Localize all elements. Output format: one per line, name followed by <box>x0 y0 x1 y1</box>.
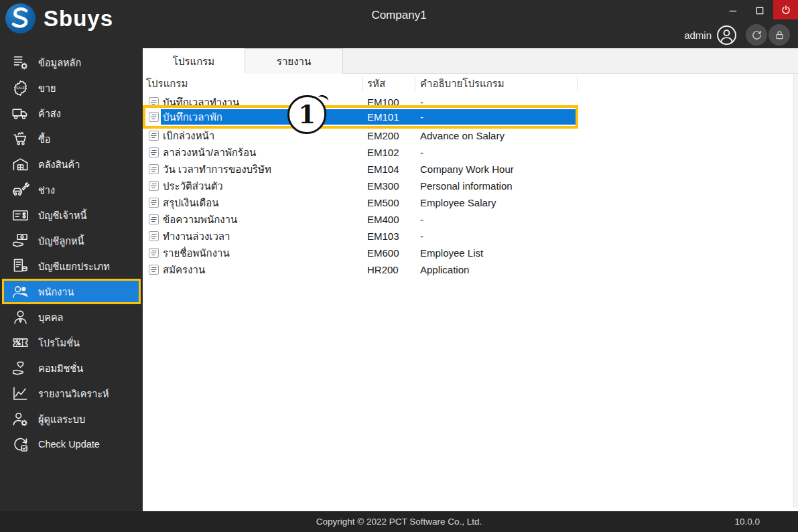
sidebar-item-label: โปรโมชั่น <box>38 335 80 350</box>
sidebar-item-label: บุคคล <box>38 310 64 325</box>
sidebar-item-label: ขาย <box>38 80 56 96</box>
program-name: สรุปเงินเดือน <box>163 194 219 211</box>
program-code: HR200 <box>367 261 399 278</box>
program-description: Application <box>420 261 469 278</box>
program-description: Employee List <box>420 245 483 261</box>
lock-button[interactable] <box>769 24 790 46</box>
program-code: EM102 <box>367 144 399 161</box>
sidebar-item-promotion[interactable]: โปรโมชั่น <box>0 330 143 355</box>
selected-row[interactable]: บันทึกเวลาพัก EM101 - <box>161 109 576 125</box>
program-code: EM200 <box>367 127 399 144</box>
program-name: วัน เวลาทำการของบริษัท <box>163 161 271 178</box>
sidebar-item-label: ค้าส่ง <box>38 106 61 121</box>
sidebar-item-accounts-receivable[interactable]: บัญชีลูกหนี้ <box>0 228 143 253</box>
selected-row-highlight[interactable]: บันทึกเวลาพัก EM101 - <box>143 105 578 129</box>
form-icon <box>149 112 159 122</box>
sidebar-item-accounts-payable[interactable]: บัญชีเจ้าหนี้ <box>0 202 143 228</box>
sidebar-item-sales[interactable]: SALEขาย <box>0 75 143 101</box>
program-name: สมัครงาน <box>163 261 205 278</box>
tab-programs[interactable]: โปรแกรม <box>143 48 245 74</box>
program-description: - <box>420 211 423 228</box>
sidebar-item-label: บัญชีแยกประเภท <box>38 259 110 274</box>
truck-icon <box>11 104 29 123</box>
program-row-EM300[interactable]: ประวัติส่วนตัวEM300Personal information <box>143 178 789 194</box>
program-code: EM500 <box>367 194 399 211</box>
sidebar-item-purchase[interactable]: ซื้อ <box>0 126 143 151</box>
program-row-EM600[interactable]: รายชื่อพนักงานEM600Employee List <box>143 245 789 261</box>
program-description: - <box>420 109 423 125</box>
maximize-button[interactable] <box>751 3 769 18</box>
sidebar-item-label: คลังสินค้า <box>38 157 80 172</box>
sale-badge-icon: SALE <box>11 78 29 97</box>
sidebar-item-commission[interactable]: คอมมิชชั่น <box>0 355 143 381</box>
step-annotation-circle: 1 <box>287 95 326 134</box>
refresh-icon <box>751 29 762 41</box>
column-header-description[interactable]: คำอธิบายโปรแกรม <box>420 74 505 94</box>
admin-gear-icon <box>11 409 29 428</box>
hand-heart-icon <box>11 358 29 377</box>
sidebar-item-persons[interactable]: บุคคล <box>0 304 143 330</box>
person-icon <box>11 308 29 326</box>
sidebar-item-label: ช่าง <box>38 182 55 198</box>
column-header-program[interactable]: โปรแกรม <box>146 74 188 94</box>
form-icon <box>149 214 159 224</box>
program-row-EM400[interactable]: ข้อความพนักงานEM400- <box>143 211 789 228</box>
form-icon <box>149 181 159 191</box>
program-row-EM103[interactable]: ทำงานล่วงเวลาEM103- <box>143 228 789 245</box>
tab-reports[interactable]: รายงาน <box>245 48 343 74</box>
program-name: ทำงานล่วงเวลา <box>163 228 230 245</box>
sidebar-item-general-ledger[interactable]: บัญชีแยกประเภท <box>0 253 143 279</box>
form-icon <box>149 265 159 275</box>
program-row-EM104[interactable]: วัน เวลาทำการของบริษัทEM104Company Work … <box>143 161 789 178</box>
sidebar-item-inventory[interactable]: คลังสินค้า <box>0 151 143 177</box>
minimize-button[interactable] <box>724 3 742 18</box>
update-check-icon <box>11 435 29 454</box>
form-icon <box>149 198 159 208</box>
program-row-HR200[interactable]: สมัครงานHR200Application <box>143 261 789 278</box>
program-code: EM103 <box>367 228 399 245</box>
main-area: โปรแกรมรายงาน โปรแกรม รหัส คำอธิบายโปรแก… <box>143 48 798 511</box>
maximize-icon <box>755 6 764 15</box>
sidebar-item-label: บัญชีเจ้าหนี้ <box>38 208 86 223</box>
program-row-EM200[interactable]: เบิกล่วงหน้าEM200Advance on Salary <box>143 127 789 144</box>
power-button[interactable] <box>773 0 798 19</box>
svg-text:SALE: SALE <box>15 86 24 90</box>
tab-label: รายงาน <box>277 54 311 70</box>
form-icon <box>149 131 159 141</box>
ledger-coins-icon <box>11 257 29 275</box>
sidebar-item-wholesale[interactable]: ค้าส่ง <box>0 101 143 126</box>
sidebar-item-check-update[interactable]: Check Update <box>0 431 143 457</box>
sidebar-item-analysis-report[interactable]: รายงานวิเคราะห์ <box>0 381 143 406</box>
sidebar-item-label: บัญชีลูกหนี้ <box>38 233 84 249</box>
form-icon <box>149 164 159 174</box>
sidebar-item-administrator[interactable]: ผู้ดูแลระบบ <box>0 406 143 431</box>
program-list: บันทึกเวลาพัก EM101 - 1 บันทึกเวลาทำงานE… <box>143 94 798 511</box>
cart-icon <box>11 129 29 148</box>
program-row-EM102[interactable]: ลาล่วงหน้า/ลาพักร้อนEM102- <box>143 144 789 161</box>
program-name: เบิกล่วงหน้า <box>163 127 214 144</box>
tab-label: โปรแกรม <box>173 54 214 70</box>
user-avatar-icon[interactable] <box>716 25 737 46</box>
sidebar-item-master-data[interactable]: ข้อมูลหลัก <box>0 50 143 75</box>
vertical-scrollbar[interactable] <box>793 74 798 508</box>
sidebar-item-label: ผู้ดูแลระบบ <box>38 411 85 427</box>
tab-bar: โปรแกรมรายงาน <box>143 48 798 74</box>
program-row-EM500[interactable]: สรุปเงินเดือนEM500Employee Salary <box>143 194 789 211</box>
program-name: ประวัติส่วนตัว <box>163 178 223 194</box>
program-name: บันทึกเวลาพัก <box>163 109 222 125</box>
table-header: โปรแกรม รหัส คำอธิบายโปรแกรม <box>143 74 798 94</box>
form-icon <box>149 248 159 258</box>
column-header-code[interactable]: รหัส <box>367 74 385 94</box>
sidebar-item-label: รายงานวิเคราะห์ <box>38 386 109 401</box>
sidebar-item-mechanic[interactable]: ช่าง <box>0 177 143 202</box>
warehouse-icon <box>11 155 29 174</box>
program-description: Personal information <box>420 178 513 194</box>
program-description: Company Work Hour <box>420 161 514 178</box>
title-bar: Sbuys Company1 admin <box>0 0 798 48</box>
version-number: 10.0.0 <box>734 511 760 532</box>
car-wrench-icon <box>11 180 29 199</box>
sidebar-item-employees[interactable]: พนักงาน <box>2 279 141 304</box>
window-title: Company1 <box>0 9 798 22</box>
refresh-button[interactable] <box>746 24 767 46</box>
copyright-text: Copyright © 2022 PCT Software Co., Ltd. <box>0 511 798 532</box>
